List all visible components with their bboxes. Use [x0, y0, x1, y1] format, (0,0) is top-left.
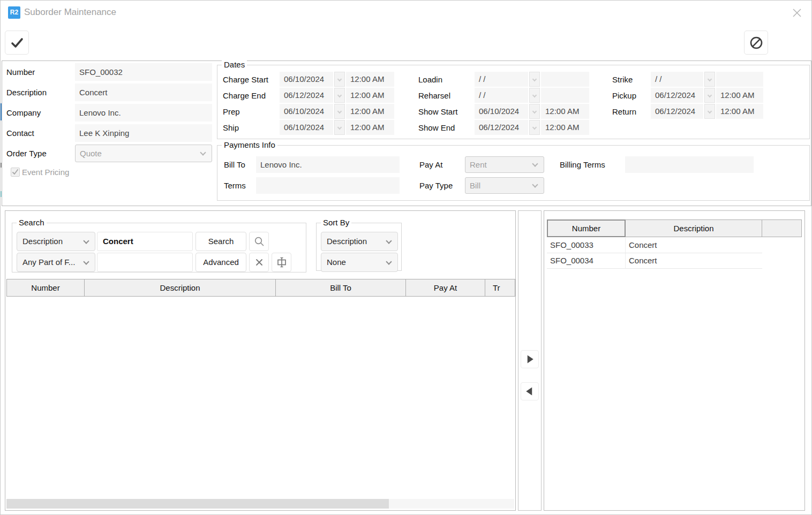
chevron-down-icon: [532, 109, 537, 113]
transfer-strip: [518, 210, 542, 511]
loadin-time-input[interactable]: [541, 72, 589, 87]
return-date-input[interactable]: 06/12/2024: [651, 104, 703, 119]
cancel-button[interactable]: [744, 31, 768, 55]
search-match-select[interactable]: Any Part of F...: [17, 253, 95, 272]
terms-field[interactable]: [256, 177, 400, 194]
pickup-label: Pickup: [612, 91, 651, 100]
column-layout-button[interactable]: [272, 253, 291, 272]
loadin-date-input[interactable]: / /: [475, 72, 528, 87]
date-row-charge-end: Charge End 06/12/2024 12:00 AM: [223, 88, 394, 103]
calendar-dropdown-button[interactable]: [334, 72, 345, 87]
pay-at-select[interactable]: Rent: [465, 156, 544, 173]
column-header-bill-to[interactable]: Bill To: [276, 279, 406, 297]
terms-row: Terms: [224, 177, 400, 194]
close-icon[interactable]: [791, 7, 803, 19]
window-title: Suborder Maintenance: [24, 7, 116, 18]
column-header-number[interactable]: Number: [547, 219, 626, 237]
charge-start-time-input[interactable]: 12:00 AM: [346, 72, 394, 87]
billing-terms-field[interactable]: [625, 156, 754, 173]
calendar-dropdown-button[interactable]: [529, 120, 540, 135]
calendar-dropdown-button[interactable]: [704, 104, 715, 119]
chevron-down-icon: [337, 93, 342, 97]
event-pricing-label: Event Pricing: [22, 168, 69, 177]
billing-terms-label: Billing Terms: [560, 160, 625, 169]
show-end-date-input[interactable]: 06/12/2024: [475, 120, 528, 135]
date-row-loadin: Loadin / /: [418, 72, 589, 87]
strike-label: Strike: [612, 75, 651, 84]
column-header-pay-at[interactable]: Pay At: [406, 279, 485, 297]
calendar-dropdown-button[interactable]: [334, 104, 345, 119]
search-query2-input[interactable]: [97, 253, 193, 272]
bill-to-field[interactable]: Lenovo Inc.: [256, 156, 400, 173]
contact-field[interactable]: Lee K Xinping: [75, 124, 212, 142]
calendar-dropdown-button[interactable]: [334, 88, 345, 103]
company-field[interactable]: Lenovo Inc.: [75, 104, 212, 122]
number-field[interactable]: SFO_00032: [75, 63, 212, 81]
reharsel-date-input[interactable]: / /: [475, 88, 528, 103]
return-label: Return: [612, 107, 651, 116]
confirm-button[interactable]: [5, 31, 29, 55]
sort-primary-select[interactable]: Description: [321, 232, 398, 251]
pickup-time-input[interactable]: 12:00 AM: [716, 88, 763, 103]
date-row-reharsel: Reharsel / /: [418, 88, 589, 103]
charge-start-label: Charge Start: [223, 75, 280, 84]
table-row[interactable]: SFO_00034 Concert: [547, 253, 762, 269]
ship-time-input[interactable]: 12:00 AM: [346, 120, 394, 135]
column-header-number[interactable]: Number: [6, 279, 85, 297]
date-row-pickup: Pickup 06/12/2024 12:00 AM: [612, 88, 763, 103]
date-row-return: Return 06/12/2024 12:00 AM: [612, 104, 763, 119]
charge-end-date-input[interactable]: 06/12/2024: [280, 88, 333, 103]
pickup-date-input[interactable]: 06/12/2024: [651, 88, 703, 103]
dates-column-3: Strike / / Pickup 06/12/2024 12:00 AM Re…: [612, 72, 763, 120]
strike-date-input[interactable]: / /: [651, 72, 703, 87]
sort-by-groupbox: Sort By Description None: [316, 223, 402, 271]
sort-secondary-select[interactable]: None: [321, 253, 398, 272]
prep-label: Prep: [223, 107, 280, 116]
prep-date-input[interactable]: 06/10/2024: [280, 104, 333, 119]
search-icon-button[interactable]: [249, 232, 269, 251]
table-row[interactable]: SFO_00033 Concert: [547, 238, 762, 253]
reharsel-time-input[interactable]: [541, 88, 589, 103]
scrollbar-thumb[interactable]: [6, 499, 389, 509]
calendar-dropdown-button[interactable]: [704, 88, 715, 103]
charge-start-date-input[interactable]: 06/10/2024: [280, 72, 333, 87]
charge-end-time-input[interactable]: 12:00 AM: [346, 88, 394, 103]
column-header-tr[interactable]: Tr: [485, 279, 515, 297]
description-field[interactable]: Concert: [75, 84, 212, 101]
calendar-dropdown-button[interactable]: [529, 104, 540, 119]
show-start-date-input[interactable]: 06/10/2024: [475, 104, 528, 119]
advanced-button[interactable]: Advanced: [196, 253, 246, 272]
search-query-input[interactable]: Concert: [97, 232, 193, 251]
calendar-dropdown-button[interactable]: [529, 72, 540, 87]
suborders-table-body: [6, 297, 514, 498]
show-start-time-input[interactable]: 12:00 AM: [541, 104, 589, 119]
dates-groupbox: Dates Charge Start 06/10/2024 12:00 AM C…: [217, 65, 810, 139]
description-label: Description: [6, 88, 75, 97]
titlebar: R2 Suborder Maintenance: [1, 1, 811, 25]
show-end-time-input[interactable]: 12:00 AM: [541, 120, 589, 135]
ship-date-input[interactable]: 06/10/2024: [280, 120, 333, 135]
pay-type-select[interactable]: Bill: [465, 177, 544, 194]
column-header-description[interactable]: Description: [626, 219, 762, 237]
billing-terms-row: Billing Terms: [560, 156, 754, 173]
strike-time-input[interactable]: [716, 72, 763, 87]
prep-time-input[interactable]: 12:00 AM: [346, 104, 394, 119]
column-header-description[interactable]: Description: [85, 279, 276, 297]
horizontal-scrollbar[interactable]: [6, 499, 514, 509]
payments-column-2: Pay At Rent Pay Type Bill: [419, 156, 544, 198]
clear-search-button[interactable]: [249, 253, 269, 272]
move-left-button[interactable]: [521, 382, 539, 400]
search-field-select[interactable]: Description: [17, 232, 95, 251]
return-time-input[interactable]: 12:00 AM: [716, 104, 763, 119]
order-type-select[interactable]: Quote: [75, 145, 212, 162]
calendar-dropdown-button[interactable]: [334, 120, 345, 135]
column-header-blank[interactable]: [762, 219, 802, 237]
calendar-dropdown-button[interactable]: [704, 72, 715, 87]
move-right-button[interactable]: [521, 350, 539, 368]
chevron-down-icon: [708, 109, 712, 113]
event-pricing-checkbox[interactable]: [11, 168, 20, 177]
calendar-dropdown-button[interactable]: [529, 88, 540, 103]
sort-primary-value: Description: [327, 237, 367, 246]
dates-legend: Dates: [222, 60, 247, 69]
search-button[interactable]: Search: [196, 232, 246, 251]
